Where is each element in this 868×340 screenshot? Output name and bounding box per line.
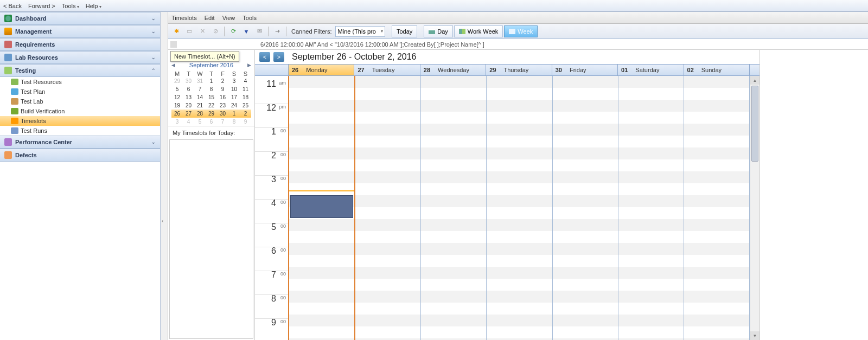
time-slot[interactable] — [487, 219, 552, 231]
day-cell[interactable]: 4 — [183, 118, 194, 126]
time-slot[interactable] — [684, 147, 749, 159]
time-slot[interactable] — [487, 136, 552, 147]
time-slot[interactable] — [421, 243, 486, 255]
time-slot[interactable] — [618, 100, 684, 112]
goto-button[interactable]: ➜ — [271, 25, 283, 37]
time-slot[interactable] — [553, 291, 618, 303]
time-slot[interactable] — [421, 279, 486, 291]
day-cell[interactable]: 5 — [171, 85, 183, 93]
time-slot[interactable] — [421, 315, 486, 326]
time-slot[interactable] — [355, 219, 420, 231]
time-slot[interactable] — [289, 183, 354, 195]
day-cell[interactable]: 4 — [240, 77, 251, 85]
day-cell[interactable]: 3 — [171, 118, 183, 126]
time-slot[interactable] — [553, 303, 618, 315]
time-slot[interactable] — [487, 100, 552, 112]
time-slot[interactable] — [289, 303, 354, 315]
time-slot[interactable] — [355, 207, 420, 219]
forward-button[interactable]: Forward > — [28, 3, 55, 9]
day-header[interactable]: 28Wednesday — [420, 65, 486, 75]
time-slot[interactable] — [289, 100, 354, 112]
day-cell[interactable]: 1 — [228, 110, 240, 118]
calendar-grid[interactable]: 11am12pm100200300400500600700800900 ▲▼ — [255, 76, 760, 340]
time-slot[interactable] — [289, 279, 354, 291]
time-slot[interactable] — [289, 243, 354, 255]
time-slot[interactable] — [684, 207, 749, 219]
day-cell[interactable]: 22 — [206, 101, 217, 110]
time-slot[interactable] — [618, 279, 684, 291]
time-slot[interactable] — [553, 326, 618, 338]
time-slot[interactable] — [618, 267, 684, 279]
time-slot[interactable] — [618, 171, 684, 183]
time-slot[interactable] — [618, 291, 684, 303]
time-slot[interactable] — [487, 267, 552, 279]
time-slot[interactable] — [684, 291, 749, 303]
section-requirements[interactable]: Requirements — [0, 38, 160, 51]
time-slot[interactable] — [421, 231, 486, 243]
time-slot[interactable] — [618, 243, 684, 255]
day-header[interactable]: 29Thursday — [486, 65, 552, 75]
day-cell[interactable]: 19 — [171, 101, 183, 110]
time-slot[interactable] — [618, 231, 684, 243]
time-slot[interactable] — [618, 219, 684, 231]
day-cell[interactable]: 5 — [194, 118, 206, 126]
week-view-button[interactable]: Week — [504, 25, 538, 37]
day-cell[interactable]: 21 — [194, 101, 206, 110]
time-slot[interactable] — [421, 159, 486, 171]
time-slot[interactable] — [355, 124, 420, 136]
time-slot[interactable] — [553, 171, 618, 183]
time-slot[interactable] — [553, 124, 618, 136]
time-slot[interactable] — [684, 243, 749, 255]
sidebar-splitter[interactable] — [161, 12, 168, 340]
time-slot[interactable] — [684, 76, 749, 88]
time-slot[interactable] — [487, 124, 552, 136]
tree-build-verification[interactable]: Build Verification — [0, 106, 160, 116]
day-cell[interactable]: 23 — [217, 101, 228, 110]
day-cell[interactable]: 1 — [206, 77, 217, 85]
time-slot[interactable] — [355, 243, 420, 255]
time-slot[interactable] — [289, 326, 354, 338]
time-slot[interactable] — [684, 88, 749, 100]
time-slot[interactable] — [487, 171, 552, 183]
time-slot[interactable] — [618, 147, 684, 159]
time-slot[interactable] — [421, 124, 486, 136]
time-slot[interactable] — [553, 147, 618, 159]
time-slot[interactable] — [618, 112, 684, 124]
day-cell[interactable]: 27 — [183, 110, 194, 118]
day-cell[interactable]: 18 — [240, 93, 251, 101]
time-slot[interactable] — [684, 315, 749, 326]
month-label[interactable]: September 2016 — [189, 62, 233, 68]
time-slot[interactable] — [684, 195, 749, 207]
time-slot[interactable] — [553, 219, 618, 231]
time-slot[interactable] — [684, 219, 749, 231]
time-slot[interactable] — [487, 112, 552, 124]
today-button[interactable]: Today — [392, 25, 417, 37]
time-slot[interactable] — [355, 291, 420, 303]
day-cell[interactable]: 29 — [171, 77, 183, 85]
day-cell[interactable]: 14 — [194, 93, 206, 101]
time-slot[interactable] — [618, 136, 684, 147]
day-header[interactable]: 26Monday — [289, 65, 354, 75]
day-cell[interactable]: 12 — [171, 93, 183, 101]
day-cell[interactable]: 6 — [183, 85, 194, 93]
time-slot[interactable] — [553, 195, 618, 207]
time-slot[interactable] — [684, 279, 749, 291]
day-column[interactable] — [684, 76, 750, 340]
day-cell[interactable]: 17 — [228, 93, 240, 101]
day-header[interactable]: 30Friday — [552, 65, 618, 75]
tools-menu[interactable]: Tools — [62, 3, 79, 9]
time-slot[interactable] — [355, 326, 420, 338]
time-slot[interactable] — [553, 183, 618, 195]
time-slot[interactable] — [487, 315, 552, 326]
time-slot[interactable] — [487, 291, 552, 303]
time-slot[interactable] — [487, 88, 552, 100]
menu-view[interactable]: View — [222, 15, 235, 21]
tree-test-resources[interactable]: Test Resources — [0, 77, 160, 87]
section-management[interactable]: Management⌄ — [0, 25, 160, 38]
day-cell[interactable]: 13 — [183, 93, 194, 101]
mail-button[interactable]: ✉ — [253, 25, 265, 37]
time-slot[interactable] — [421, 88, 486, 100]
menu-edit[interactable]: Edit — [205, 15, 215, 21]
time-slot[interactable] — [355, 136, 420, 147]
day-cell[interactable]: 9 — [217, 85, 228, 93]
